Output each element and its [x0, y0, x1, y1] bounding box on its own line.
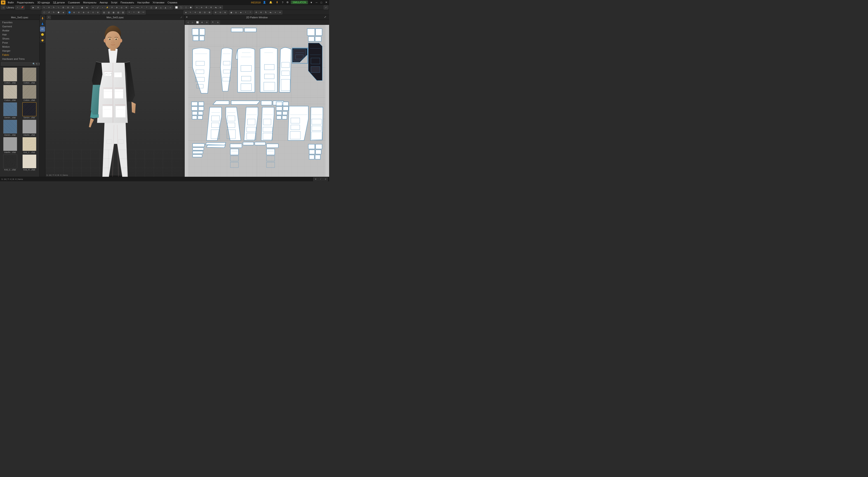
tool17[interactable]: ◎ [119, 5, 124, 9]
icon-person[interactable]: 🧑 [40, 37, 45, 42]
tool31[interactable]: ⬢ [188, 5, 193, 9]
help-btn[interactable]: ? [281, 1, 284, 4]
nav-favorites[interactable]: Favorites [0, 20, 39, 24]
pt-btn5[interactable]: ⊖ [205, 20, 209, 24]
tool26[interactable]: ◭ [163, 5, 168, 9]
viewport-expand-btn[interactable]: ⤢ [180, 15, 183, 19]
tool5[interactable]: ⊞ [61, 5, 66, 9]
ptb-tool13[interactable]: ⌖ [243, 10, 248, 14]
search-button[interactable]: 🔍 [32, 62, 35, 66]
tb2-tool17[interactable]: ▨ [121, 10, 125, 14]
tool14[interactable]: ⚡ [105, 5, 110, 9]
menu-help[interactable]: Справка [166, 1, 179, 4]
fabric-item[interactable]: Interlin...zfab [1, 137, 19, 154]
menu-materials[interactable]: Материалы [82, 1, 98, 4]
ptb-tool6[interactable]: ⊠ [207, 10, 212, 14]
user-icon-btn[interactable]: 👤 [262, 0, 267, 4]
ptb-tool9[interactable]: ⊗ [223, 10, 227, 14]
tb2-tool13[interactable]: ▤ [102, 10, 106, 14]
ptb-tool11[interactable]: ◎ [234, 10, 238, 14]
settings-btn[interactable]: ⚙ [285, 0, 289, 4]
menu-file[interactable]: Файл [6, 1, 15, 4]
tool6[interactable]: ⊟ [66, 5, 70, 9]
vp-menu-btn[interactable]: ≡ [47, 15, 51, 19]
menu-3d[interactable]: 3D одежда [36, 1, 51, 4]
fabric-item[interactable]: Denim...zfab [1, 120, 19, 136]
nav-hanger[interactable]: Hanger [0, 49, 39, 53]
tb2-tool1[interactable]: ⬡ [42, 10, 46, 14]
tool25[interactable]: ◬ [159, 5, 163, 9]
fabric-item[interactable]: Knit_Fl...zfab [20, 155, 38, 171]
tool28[interactable]: ⬜ [174, 5, 179, 9]
tb2-tool12[interactable]: ⊚ [96, 10, 100, 14]
tool34[interactable]: ⟰ [204, 5, 209, 9]
tool21[interactable]: ⌖ [140, 5, 144, 9]
play-btn[interactable]: ▶ [31, 5, 36, 9]
pt-btn2[interactable]: ▷ [190, 20, 195, 24]
fabric-item[interactable]: Knit_C...zfab [1, 155, 19, 171]
tb2-tool5[interactable]: ◈ [61, 10, 66, 14]
avatar-btn[interactable]: 🧍 [275, 0, 280, 4]
tool29[interactable]: ⬛ [179, 5, 184, 9]
tool36[interactable]: ⇆ [214, 5, 218, 9]
tool19[interactable]: ⟵ [130, 5, 135, 9]
pt-btn4[interactable]: ⊕ [200, 20, 204, 24]
tool20[interactable]: ⟶ [135, 5, 140, 9]
fabric-item[interactable]: Denim...zfab [1, 102, 19, 119]
fabric-item[interactable]: Knit_C...zfab [20, 137, 38, 154]
menu-2d[interactable]: 2Д детали [52, 1, 66, 4]
tool15[interactable]: ⟳ [110, 5, 114, 9]
back-btn[interactable]: ◁ [1, 5, 5, 9]
tool10[interactable]: ◈ [85, 5, 89, 9]
pattern-expand-btn[interactable]: ⤢ [324, 5, 328, 9]
nav-shoes[interactable]: Shoes [0, 37, 39, 41]
tb2-tool19[interactable]: ⌗ [131, 10, 136, 14]
ptb-tool16[interactable]: ⟱ [259, 10, 264, 14]
pause-btn[interactable]: ⏸ [36, 5, 40, 9]
tb2-tool9[interactable]: ⊗ [81, 10, 86, 14]
menu-edit[interactable]: Редактировать [16, 1, 35, 4]
tb2-tool21[interactable]: ⌤ [141, 10, 146, 14]
tb2-tool3[interactable]: ↻ [52, 10, 56, 14]
tool30[interactable]: ⬡ [184, 5, 188, 9]
add-btn[interactable]: + [16, 5, 20, 9]
move-tool[interactable]: ✛ [47, 5, 51, 9]
tb2-tool20[interactable]: ⌘ [136, 10, 141, 14]
fabric-item[interactable]: Cotton...zfab [1, 68, 19, 84]
minimize-btn[interactable]: ─ [315, 1, 318, 4]
ptb-tool20[interactable]: ≋ [278, 10, 282, 14]
ptb-tool17[interactable]: ⇅ [264, 10, 268, 14]
tb2-tool2[interactable]: ↺ [47, 10, 51, 14]
ptb-tool19[interactable]: ≡ [273, 10, 278, 14]
tb2-tool7[interactable]: ⊕ [72, 10, 76, 14]
tool12[interactable]: 🖊 [96, 5, 100, 9]
tool22[interactable]: ⌗ [145, 5, 149, 9]
fabric-item[interactable]: Cotton...zfab [1, 85, 19, 101]
fabric-item[interactable]: Cotton...zfab [20, 85, 38, 101]
fabric-item-selected[interactable]: Denim...zfab [20, 102, 38, 119]
tool37[interactable]: ⇇ [218, 5, 223, 9]
scale-tool[interactable]: ⤡ [56, 5, 61, 9]
refresh-btn[interactable]: ↻ [36, 62, 38, 66]
ptb-tool8[interactable]: ⊖ [218, 10, 223, 14]
tool18[interactable]: ⊗ [124, 5, 129, 9]
nav-pose[interactable]: Pose [0, 41, 39, 45]
menu-settings[interactable]: Настройки [136, 1, 151, 4]
ptb-tool15[interactable]: ⟰ [254, 10, 258, 14]
nav-hair[interactable]: Hair [0, 33, 39, 37]
ptb-tool4[interactable]: ⊞ [198, 10, 202, 14]
tb2-tool4[interactable]: ⬢ [56, 10, 61, 14]
pin-btn[interactable]: 📌 [20, 5, 25, 9]
tool9[interactable]: ▣ [80, 5, 85, 9]
tool32[interactable]: ≡ [195, 5, 199, 9]
icon-dress[interactable]: 👗 [40, 21, 45, 26]
nav-fabric[interactable]: Fabric [0, 53, 39, 57]
ptb-tool18[interactable]: ⇆ [268, 10, 273, 14]
ptb-tool12[interactable]: ◈ [239, 10, 243, 14]
icon-face[interactable]: 😐 [40, 32, 45, 37]
nav-avatar[interactable]: Avatar [0, 28, 39, 33]
pt-btn7[interactable]: ⇲ [215, 20, 220, 24]
tool7[interactable]: ⊠ [70, 5, 75, 9]
tb2-tool11[interactable]: ⊙ [91, 10, 95, 14]
tb2-tool10[interactable]: ⊘ [86, 10, 91, 14]
